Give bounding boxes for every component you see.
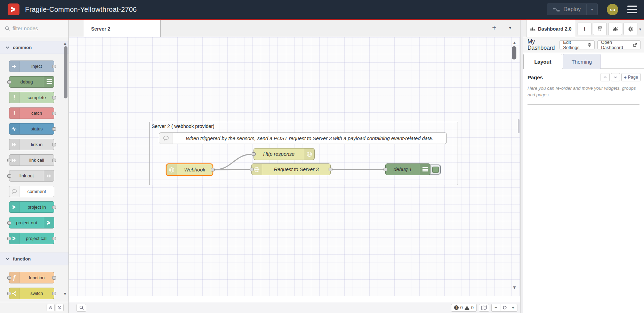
workspace-grid[interactable]: Server 2 ( webhook provider) When trigge…	[69, 37, 520, 296]
open-dashboard-button[interactable]: Open Dashboard	[597, 40, 641, 49]
flow-tab-server-2[interactable]: Server 2	[84, 20, 161, 38]
palette-filter-input[interactable]	[13, 25, 61, 31]
sidebar-tabs-caret[interactable]: ▾	[639, 27, 641, 32]
link-arrow-icon	[44, 170, 54, 181]
sidebar-resize-handle[interactable]	[518, 119, 520, 133]
canvas-scroll-left-arrow[interactable]: ◀	[73, 296, 77, 296]
palette-node-function[interactable]: f function	[9, 272, 54, 283]
flow-node-debug-1[interactable]: debug 1	[385, 163, 430, 175]
palette-node-switch[interactable]: switch	[9, 288, 54, 299]
input-port[interactable]	[7, 276, 11, 280]
input-port[interactable]	[384, 168, 387, 171]
navigator-map-button[interactable]	[479, 304, 489, 312]
flow-node-webhook-selected[interactable]: Webhook	[166, 163, 213, 176]
debug-lines-icon	[44, 77, 54, 87]
output-port[interactable]	[52, 206, 56, 209]
output-port[interactable]	[52, 65, 56, 68]
zoom-reset-button[interactable]	[500, 304, 509, 312]
comment-node[interactable]: When triggered by the sensors, send a PO…	[159, 133, 447, 144]
config-nodes-tab-button[interactable]	[623, 23, 637, 35]
deploy-button[interactable]: Deploy ▾	[547, 3, 598, 15]
palette-scroll-up-arrow[interactable]: ▲	[63, 41, 67, 46]
output-port[interactable]	[52, 159, 56, 162]
output-port[interactable]	[52, 237, 56, 240]
debug-messages-tab-button[interactable]	[608, 23, 622, 35]
output-port[interactable]	[52, 112, 56, 115]
canvas-vertical-scrollbar[interactable]	[512, 46, 516, 59]
palette-node-comment[interactable]: comment	[9, 186, 54, 197]
zoom-in-button[interactable]: +	[509, 304, 517, 312]
palette-node-inject[interactable]: inject	[9, 61, 54, 72]
move-page-down-button[interactable]	[611, 73, 620, 81]
tab-theming[interactable]: Theming	[563, 54, 601, 69]
notifications-status-button[interactable]: ! 0 0	[451, 304, 477, 312]
help-book-tab-button[interactable]	[593, 23, 607, 35]
deploy-options-caret[interactable]: ▾	[586, 4, 597, 15]
bar-chart-icon	[530, 27, 536, 31]
move-page-up-button[interactable]	[601, 73, 610, 81]
palette-node-catch[interactable]: ! catch	[9, 107, 54, 119]
input-port[interactable]	[250, 168, 253, 171]
palette-scroll-down-arrow[interactable]: ▼	[63, 291, 67, 296]
palette-node-status[interactable]: status	[9, 123, 54, 135]
link-arrow-icon	[9, 139, 19, 150]
input-port[interactable]	[7, 237, 11, 240]
edit-settings-button[interactable]: Edit Settings	[560, 40, 595, 49]
palette-node-link-out[interactable]: link out	[9, 170, 54, 182]
add-page-button[interactable]: + Page	[621, 73, 641, 81]
flow-canvas: Server 2 + ▾ Server 2 ( webhook provider…	[69, 20, 520, 313]
flow-list-caret[interactable]: ▾	[509, 25, 511, 30]
input-port[interactable]	[7, 174, 11, 178]
canvas-scroll-up-arrow[interactable]: ▲	[512, 40, 517, 45]
pages-help-text: Here you can re-order and move your widg…	[528, 85, 639, 98]
palette-search[interactable]	[0, 20, 69, 37]
search-icon	[5, 26, 10, 31]
main-menu-button[interactable]	[627, 6, 637, 13]
output-port[interactable]	[52, 96, 56, 99]
output-port[interactable]	[52, 143, 56, 146]
zoom-out-button[interactable]: −	[491, 304, 500, 312]
user-avatar[interactable]: su	[607, 4, 618, 15]
input-port[interactable]	[7, 159, 11, 162]
palette-category-common[interactable]: common	[0, 41, 69, 54]
input-port[interactable]	[252, 152, 256, 156]
warning-icon	[465, 306, 469, 310]
tab-dashboard-2-0[interactable]: Dashboard 2.0	[526, 20, 575, 38]
canvas-sidebar-divider[interactable]	[520, 20, 523, 313]
debug-lines-icon	[420, 164, 430, 175]
output-port[interactable]	[52, 276, 56, 280]
globe-icon	[167, 164, 177, 175]
pages-header-row: Pages + Page	[523, 72, 644, 82]
node-red-logo-icon	[8, 3, 19, 15]
add-flow-button[interactable]: +	[490, 24, 499, 32]
canvas-scroll-down-arrow[interactable]: ▼	[512, 285, 517, 290]
flow-node-request-to-server-3[interactable]: Request to Server 3	[251, 163, 331, 175]
input-port[interactable]	[7, 80, 11, 84]
palette-node-link-in[interactable]: link in	[9, 139, 54, 150]
pages-title: Pages	[528, 74, 543, 80]
input-port[interactable]	[7, 221, 11, 225]
sidebar-section-divider	[528, 104, 639, 105]
info-tab-button[interactable]: i	[578, 23, 591, 35]
palette-node-complete[interactable]: ! complete	[9, 92, 54, 103]
palette-node-link-call[interactable]: link call	[9, 154, 54, 166]
palette-category-function[interactable]: function	[0, 252, 69, 265]
palette-node-project-out[interactable]: project out	[9, 217, 54, 228]
output-port[interactable]	[329, 168, 332, 171]
palette-scrollbar[interactable]	[64, 46, 67, 98]
output-port[interactable]	[52, 292, 56, 295]
output-port[interactable]	[211, 168, 215, 171]
palette-node-debug[interactable]: debug	[9, 76, 54, 88]
search-flows-button[interactable]	[77, 304, 86, 312]
output-port[interactable]	[52, 127, 56, 131]
collapse-all-button[interactable]	[47, 304, 55, 311]
input-port[interactable]	[7, 292, 11, 295]
tab-layout[interactable]: Layout	[523, 54, 562, 69]
error-count: 0	[460, 305, 463, 310]
canvas-scroll-right-arrow[interactable]: ▶	[504, 296, 507, 296]
deploy-icon	[553, 7, 560, 12]
expand-all-button[interactable]	[56, 304, 64, 311]
flow-node-http-response[interactable]: Http response	[253, 148, 315, 160]
palette-node-project-in[interactable]: project in	[9, 201, 54, 213]
palette-node-project-call[interactable]: project call	[9, 233, 54, 244]
